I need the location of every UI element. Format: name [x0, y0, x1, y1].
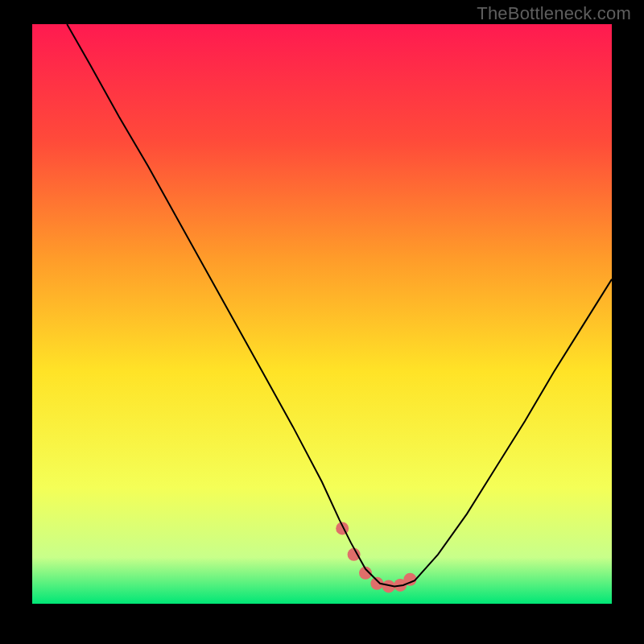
- marker-dot: [348, 548, 361, 561]
- chart-svg: [32, 24, 612, 604]
- plot-area: [32, 24, 612, 604]
- watermark-text: TheBottleneck.com: [477, 3, 631, 24]
- gradient-bg: [32, 24, 612, 604]
- chart-container: TheBottleneck.com: [0, 0, 644, 644]
